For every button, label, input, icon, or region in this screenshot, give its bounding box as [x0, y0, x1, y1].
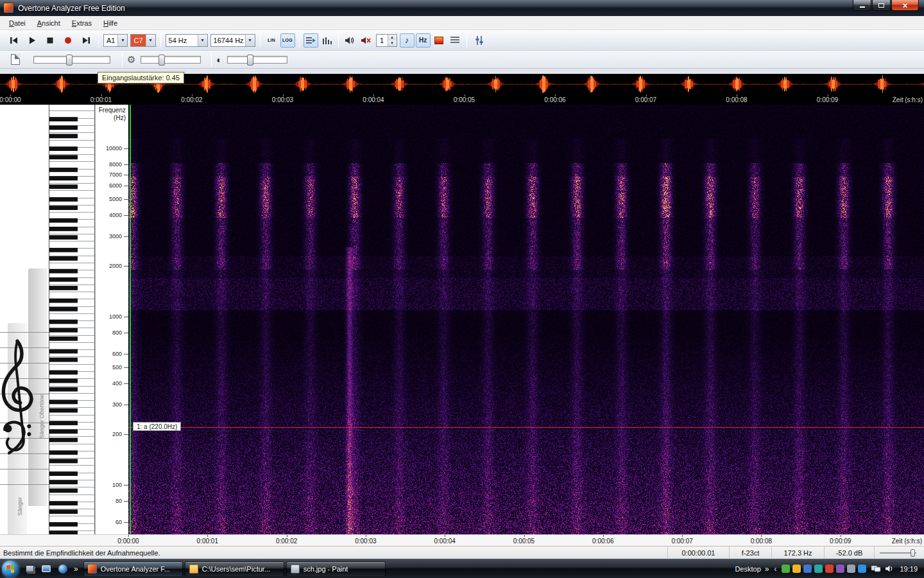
desktop-overflow-chevron[interactable]: »	[762, 565, 772, 574]
tray-flag-icon[interactable]	[803, 565, 812, 573]
freq-min-select[interactable]: 54 Hz ▼	[166, 34, 208, 47]
overtone-app-icon	[88, 565, 97, 574]
time-axis: 0:00:000:00:010:00:020:00:030:00:040:00:…	[0, 534, 924, 546]
spectrum-view-button[interactable]	[304, 33, 318, 48]
quicklaunch-overflow-chevron[interactable]: »	[71, 565, 81, 574]
time-tick-label: 0:00:01	[188, 538, 227, 545]
tray-expand-chevron[interactable]: ‹	[771, 565, 779, 574]
ruler-tick-label: 0:00:00	[0, 96, 30, 103]
mixer-button[interactable]	[471, 32, 488, 49]
input-volume-thumb[interactable]	[66, 55, 73, 66]
skip-to-start-button[interactable]	[6, 32, 22, 49]
separator	[122, 53, 123, 67]
freq-tick-mark	[124, 434, 128, 435]
time-tick-label: 0:00:05	[505, 538, 543, 545]
folder-icon	[189, 565, 198, 574]
taskbar-right: Desktop » ‹ 19:19	[730, 565, 924, 574]
title-bar[interactable]: Overtone Analyzer Free Edition ×	[0, 0, 924, 16]
record-icon	[63, 35, 73, 46]
chevron-down-icon[interactable]: ▼	[198, 35, 207, 46]
note-range-low-select[interactable]: A1 ▼	[103, 34, 128, 47]
harmonics-view-button[interactable]	[320, 33, 334, 48]
network-icon[interactable]	[871, 565, 881, 573]
menu-ansicht[interactable]: Ansicht	[31, 17, 66, 29]
sensitivity-slider[interactable]	[141, 56, 201, 64]
menu-hilfe[interactable]: Hilfe	[98, 17, 123, 29]
tray-green-shield-icon[interactable]	[782, 565, 790, 573]
overtone-count-value: 1	[377, 35, 388, 46]
mute-button[interactable]	[359, 33, 373, 48]
menu-datei[interactable]: Datei	[3, 17, 31, 29]
ruler-tick-label: 0:00:01	[82, 96, 121, 103]
close-button[interactable]: ×	[891, 0, 919, 11]
menu-extras[interactable]: Extras	[66, 17, 98, 29]
taskbar-task[interactable]: sch.jpg - Paint	[286, 561, 386, 577]
spin-down-button[interactable]: ▼	[388, 40, 397, 46]
linear-scale-button[interactable]: LIN	[264, 33, 279, 48]
palette-button[interactable]	[432, 33, 447, 48]
frequency-axis[interactable]: Frequenz (Hz) 10000800070006000500040003…	[95, 105, 128, 534]
status-frequency: 172.3 Hz	[771, 547, 824, 559]
separator	[338, 33, 339, 48]
tray-gray-icon[interactable]	[847, 565, 855, 573]
stop-button[interactable]	[42, 32, 58, 49]
tray-yellow-icon[interactable]	[792, 565, 801, 573]
freq-tick-mark	[124, 266, 128, 267]
time-tick	[128, 535, 129, 537]
tray-purple-icon[interactable]	[836, 565, 844, 573]
maximize-button[interactable]	[872, 0, 891, 11]
minimize-button[interactable]	[853, 0, 871, 11]
media-player-button[interactable]	[56, 562, 70, 576]
range-label-overtones: Sänger Obertöne	[38, 394, 45, 439]
volume-icon[interactable]	[885, 565, 894, 573]
contrast-icon: ◐	[216, 55, 221, 65]
chevron-down-icon[interactable]: ▼	[117, 35, 127, 46]
task-buttons: Overtone Analyzer F...C:\Users\sem\Pictu…	[83, 561, 388, 577]
vocal-range-sidebar: Sänger Obertöne Sänger	[0, 105, 49, 534]
chevron-down-icon[interactable]: ▼	[245, 35, 255, 46]
note-names-button[interactable]: ♪	[400, 33, 415, 48]
taskbar-clock[interactable]: 19:19	[896, 565, 924, 573]
freq-max-value: 16744 Hz	[211, 35, 245, 46]
new-document-button[interactable]	[7, 51, 24, 68]
piano-keyboard[interactable]	[49, 105, 95, 534]
switch-windows-button[interactable]	[39, 562, 53, 576]
note-range-high-select[interactable]: C7 ▼	[130, 34, 155, 47]
task-label: Overtone Analyzer F...	[101, 565, 170, 573]
slider-thumb[interactable]	[911, 549, 915, 557]
taskbar-task[interactable]: C:\Users\sem\Pictur...	[185, 561, 284, 577]
time-tick-label: 0:00:07	[663, 538, 701, 545]
time-tick-label: 0:00:00	[109, 538, 148, 545]
play-button[interactable]	[24, 32, 40, 49]
spectrogram-canvas[interactable]	[128, 105, 924, 534]
contrast-thumb[interactable]	[247, 55, 253, 66]
separator	[98, 33, 99, 48]
app-icon[interactable]	[4, 3, 13, 13]
media-player-icon	[58, 565, 67, 574]
freq-tick-mark	[124, 215, 128, 216]
hz-display-button[interactable]: Hz	[416, 33, 431, 48]
freq-max-select[interactable]: 16744 Hz ▼	[210, 34, 255, 47]
chevron-down-icon[interactable]: ▼	[146, 35, 155, 46]
sensitivity-thumb[interactable]	[158, 55, 165, 66]
log-scale-button[interactable]: LOG	[280, 33, 295, 48]
tray-teal-icon[interactable]	[814, 565, 823, 573]
desktop-toolbar-label[interactable]: Desktop	[730, 565, 762, 573]
status-zoom-slider[interactable]	[874, 547, 924, 559]
overtone-count-stepper[interactable]: 1 ▲ ▼	[376, 34, 397, 47]
tray-blue-icon[interactable]	[858, 565, 866, 573]
start-button[interactable]	[2, 561, 19, 577]
show-desktop-button[interactable]	[22, 562, 37, 576]
input-volume-slider[interactable]	[33, 56, 110, 64]
spin-up-button[interactable]: ▲	[388, 35, 397, 40]
skip-to-end-button[interactable]	[78, 32, 94, 49]
separator	[466, 33, 467, 48]
taskbar: » Overtone Analyzer F...C:\Users\sem\Pic…	[0, 559, 924, 578]
tray-red-icon[interactable]	[825, 565, 834, 573]
pitch-marker-label[interactable]: 1: a (220.0Hz)	[133, 422, 181, 431]
taskbar-task[interactable]: Overtone Analyzer F...	[83, 561, 183, 577]
grid-lines-button[interactable]	[448, 33, 463, 48]
record-button[interactable]	[60, 32, 76, 49]
contrast-slider[interactable]	[227, 56, 287, 64]
speaker-button[interactable]	[343, 33, 357, 48]
